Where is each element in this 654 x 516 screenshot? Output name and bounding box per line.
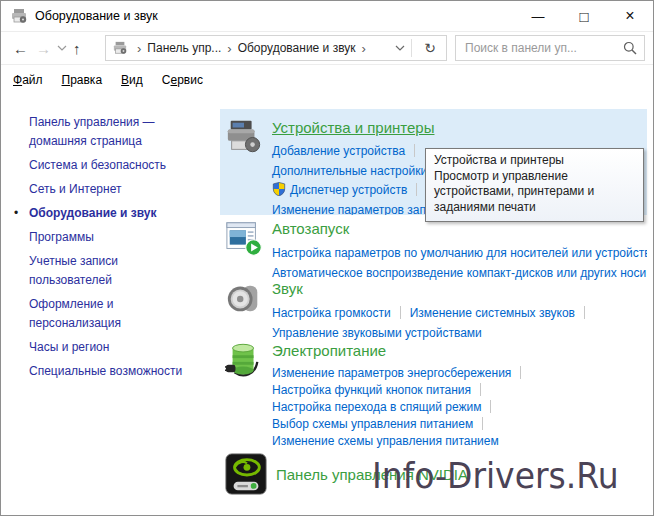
task-power-buttons[interactable]: Настройка функций кнопок питания bbox=[272, 383, 471, 397]
forward-button: → bbox=[32, 39, 55, 58]
task-separator bbox=[520, 366, 521, 379]
section-title-autoplay[interactable]: Автозапуск bbox=[272, 220, 647, 237]
task-change-sounds[interactable]: Изменение системных звуков bbox=[410, 306, 575, 320]
menu-bar: Файл Правка Вид Сервис bbox=[1, 66, 653, 93]
section-title-nvidia[interactable]: Панель управления NVIDIA bbox=[276, 454, 647, 483]
section-title-power[interactable]: Электропитание bbox=[272, 342, 647, 359]
task-separator bbox=[400, 306, 401, 319]
sidebar: Панель управления — домашняя страница Си… bbox=[1, 96, 216, 515]
search-input[interactable] bbox=[463, 40, 623, 56]
uac-shield-icon bbox=[272, 182, 286, 196]
refresh-button[interactable]: ↻ bbox=[418, 40, 442, 56]
section-title-sound[interactable]: Звук bbox=[272, 280, 647, 297]
sidebar-item-appearance[interactable]: Оформление и персонализация bbox=[29, 295, 201, 333]
section-title-devices-printers[interactable]: Устройства и принтеры bbox=[272, 119, 647, 136]
sidebar-item-home[interactable]: Панель управления — домашняя страница bbox=[29, 113, 201, 151]
task-separator bbox=[416, 183, 417, 196]
back-button[interactable]: ← bbox=[9, 39, 32, 58]
sidebar-item-ease-of-access[interactable]: Специальные возможности bbox=[29, 362, 201, 381]
history-chevron-icon[interactable] bbox=[57, 45, 67, 51]
sidebar-item-programs[interactable]: Программы bbox=[29, 228, 201, 247]
address-separator bbox=[411, 39, 412, 57]
up-button[interactable]: ↑ bbox=[69, 39, 85, 58]
autoplay-icon[interactable] bbox=[225, 219, 263, 257]
task-device-manager[interactable]: Диспетчер устройств bbox=[290, 183, 407, 197]
sidebar-item-clock-region[interactable]: Часы и регион bbox=[29, 338, 201, 357]
task-energy-saving[interactable]: Изменение параметров энергосбережения bbox=[272, 366, 511, 380]
task-separator bbox=[490, 400, 491, 413]
title-bar[interactable]: Оборудование и звук — □ × bbox=[1, 1, 653, 31]
address-dropdown-chevron-icon[interactable] bbox=[395, 45, 405, 51]
task-edit-power-plan[interactable]: Изменение схемы управления питанием bbox=[272, 434, 499, 448]
minimize-button[interactable]: — bbox=[515, 1, 561, 31]
section-nvidia: Панель управления NVIDIA bbox=[220, 453, 647, 495]
nvidia-icon[interactable] bbox=[225, 453, 267, 495]
task-separator bbox=[480, 383, 481, 396]
task-autoplay-defaults[interactable]: Настройка параметров по умолчанию для но… bbox=[272, 246, 647, 260]
speaker-icon[interactable] bbox=[225, 279, 263, 317]
breadcrumb-root[interactable]: Панель упр... bbox=[147, 41, 221, 55]
window-title: Оборудование и звук bbox=[35, 9, 158, 23]
breadcrumb-chevron-icon[interactable]: › bbox=[227, 41, 231, 56]
nav-buttons: ← → ↑ bbox=[9, 39, 105, 58]
breadcrumb-chevron-icon[interactable]: › bbox=[137, 41, 141, 56]
section-autoplay: Автозапуск Настройка параметров по умолч… bbox=[220, 219, 647, 283]
task-sleep-settings[interactable]: Настройка перехода в спящий режим bbox=[272, 400, 481, 414]
tooltip-body: Просмотр и управление устройствами, прин… bbox=[434, 169, 635, 216]
breadcrumb-current[interactable]: Оборудование и звук bbox=[238, 41, 356, 55]
section-sound: Звук Настройка громкостиИзменение систем… bbox=[220, 279, 647, 343]
close-button[interactable]: × bbox=[607, 1, 653, 31]
devices-printers-icon[interactable] bbox=[225, 118, 263, 156]
active-bullet-icon: • bbox=[14, 204, 18, 223]
menu-view[interactable]: Вид bbox=[121, 73, 143, 87]
sidebar-item-hardware-sound[interactable]: •Оборудование и звук bbox=[29, 204, 201, 223]
task-advanced-settings[interactable]: Дополнительные настройки bbox=[272, 164, 427, 178]
task-autoplay-cd[interactable]: Автоматическое воспроизведение компакт-д… bbox=[272, 266, 646, 280]
search-icon[interactable] bbox=[623, 41, 637, 55]
breadcrumb-chevron-icon[interactable]: › bbox=[362, 41, 366, 56]
maximize-button[interactable]: □ bbox=[561, 1, 607, 31]
task-adjust-volume[interactable]: Настройка громкости bbox=[272, 306, 391, 320]
menu-tools[interactable]: Сервис bbox=[162, 73, 203, 87]
sidebar-item-system-security[interactable]: Система и безопасность bbox=[29, 156, 201, 175]
printer-icon bbox=[10, 8, 28, 24]
task-choose-power-plan[interactable]: Выбор схемы управления питанием bbox=[272, 417, 473, 431]
task-separator bbox=[584, 306, 585, 319]
section-power-options: Электропитание Изменение параметров энер… bbox=[220, 341, 647, 450]
sidebar-item-user-accounts[interactable]: Учетные записи пользователей bbox=[29, 252, 201, 290]
menu-file[interactable]: Файл bbox=[13, 73, 43, 87]
sidebar-item-network-internet[interactable]: Сеть и Интернет bbox=[29, 180, 201, 199]
task-separator bbox=[414, 144, 415, 157]
window-controls: — □ × bbox=[515, 1, 653, 31]
control-panel-window: Оборудование и звук — □ × ← → ↑ › П bbox=[0, 0, 654, 516]
power-battery-icon[interactable] bbox=[225, 341, 263, 379]
menu-edit[interactable]: Правка bbox=[62, 73, 103, 87]
search-box[interactable] bbox=[455, 35, 645, 61]
task-separator bbox=[482, 417, 483, 430]
tooltip-title: Устройства и принтеры bbox=[434, 153, 635, 169]
task-manage-audio-devices[interactable]: Управление звуковыми устройствами bbox=[272, 326, 482, 340]
printer-icon bbox=[112, 41, 128, 55]
task-device-startup-settings[interactable]: Изменение параметров запу bbox=[272, 203, 432, 216]
task-add-device[interactable]: Добавление устройства bbox=[272, 144, 405, 158]
tooltip: Устройства и принтеры Просмотр и управле… bbox=[425, 148, 644, 222]
toolbar: ← → ↑ › Панель упр... › Оборудование и з… bbox=[1, 31, 653, 65]
address-bar[interactable]: › Панель упр... › Оборудование и звук › … bbox=[105, 35, 447, 61]
